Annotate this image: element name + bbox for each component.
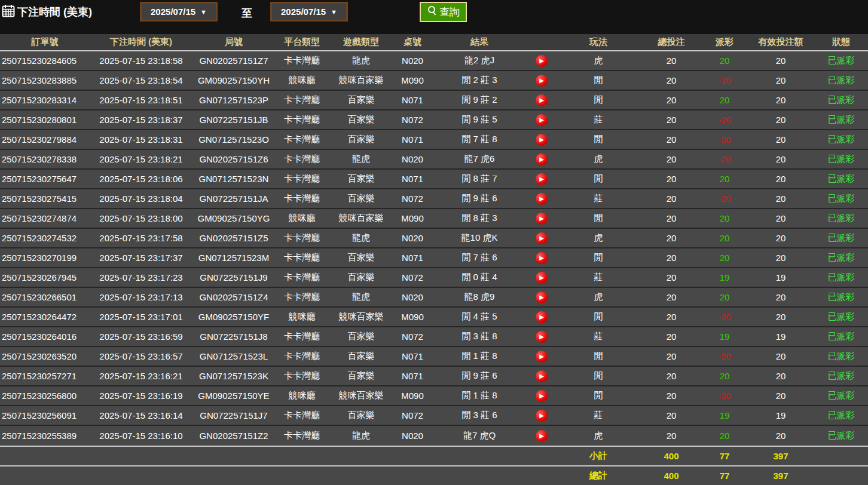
play-replay-icon[interactable]: ▶ bbox=[536, 311, 548, 323]
cell-replay: ▶ bbox=[527, 113, 556, 125]
play-replay-icon[interactable]: ▶ bbox=[536, 55, 548, 67]
cell-status: 已派彩 bbox=[814, 154, 868, 165]
cell-valid-bet: 20 bbox=[747, 292, 814, 302]
cell-status: 已派彩 bbox=[814, 114, 868, 125]
cell-result: 閒 4 莊 5 bbox=[432, 311, 527, 323]
date-from-select[interactable]: 2025/07/15 ▼ bbox=[140, 2, 218, 22]
cell-valid-bet: 20 bbox=[747, 95, 814, 105]
cell-result: 閒 8 莊 3 bbox=[432, 213, 527, 224]
cell-bet-time: 2025-07-15 23:16:21 bbox=[90, 371, 192, 381]
cell-result: 閒 0 莊 4 bbox=[432, 272, 527, 283]
cell-bet-time: 2025-07-15 23:18:21 bbox=[90, 154, 192, 164]
cell-table-no: N020 bbox=[393, 154, 432, 164]
chevron-down-icon: ▼ bbox=[331, 8, 337, 16]
play-replay-icon[interactable]: ▶ bbox=[536, 134, 548, 146]
cell-round-no: GN0712571523N bbox=[192, 174, 275, 184]
play-replay-icon[interactable]: ▶ bbox=[536, 370, 548, 382]
play-replay-icon[interactable]: ▶ bbox=[536, 410, 548, 422]
play-replay-icon[interactable]: ▶ bbox=[536, 114, 548, 126]
cell-order-no: 250715230270199 bbox=[0, 253, 90, 263]
cell-game-type: 競咪百家樂 bbox=[329, 75, 393, 86]
cell-total-bet: 20 bbox=[641, 312, 702, 322]
cell-table-no: N072 bbox=[393, 272, 432, 283]
cell-table-no: M090 bbox=[393, 312, 432, 322]
cell-round-no: GN0712571523L bbox=[192, 351, 275, 361]
cell-payout: 20 bbox=[702, 253, 747, 263]
date-to-select[interactable]: 2025/07/15 ▼ bbox=[270, 2, 348, 22]
cell-play-type: 莊 bbox=[556, 114, 641, 125]
cell-game-type: 百家樂 bbox=[329, 193, 393, 204]
play-replay-icon[interactable]: ▶ bbox=[536, 272, 548, 284]
cell-replay: ▶ bbox=[527, 370, 556, 382]
cell-result: 龍8 虎9 bbox=[432, 291, 527, 303]
header-platform: 平台類型 bbox=[275, 36, 329, 48]
cell-game-type: 百家樂 bbox=[329, 173, 393, 185]
play-replay-icon[interactable]: ▶ bbox=[536, 390, 548, 402]
cell-total-bet: 20 bbox=[641, 371, 702, 381]
search-button-label: 查詢 bbox=[439, 5, 460, 19]
cell-result: 閒 9 莊 6 bbox=[432, 193, 527, 204]
total-payout: 77 bbox=[702, 471, 747, 481]
play-replay-icon[interactable]: ▶ bbox=[536, 351, 548, 363]
cell-bet-time: 2025-07-15 23:18:04 bbox=[90, 194, 192, 204]
cell-total-bet: 20 bbox=[641, 194, 702, 204]
cell-total-bet: 20 bbox=[641, 174, 702, 184]
cell-valid-bet: 20 bbox=[747, 134, 814, 145]
cell-play-type: 閒 bbox=[556, 75, 641, 86]
cell-table-no: N071 bbox=[393, 371, 432, 381]
cell-game-type: 百家樂 bbox=[329, 252, 393, 263]
cell-total-bet: 20 bbox=[641, 331, 702, 342]
cell-replay: ▶ bbox=[527, 74, 556, 86]
table-row: 250715230274532 2025-07-15 23:17:58 GN02… bbox=[0, 229, 868, 248]
cell-platform: 卡卡灣廳 bbox=[275, 351, 329, 362]
subtotal-total-bet: 400 bbox=[641, 451, 702, 461]
cell-table-no: M090 bbox=[393, 391, 432, 401]
play-replay-icon[interactable]: ▶ bbox=[536, 252, 548, 264]
table-row: 250715230279884 2025-07-15 23:18:31 GN07… bbox=[0, 130, 868, 150]
play-replay-icon[interactable]: ▶ bbox=[536, 232, 548, 244]
play-replay-icon[interactable]: ▶ bbox=[536, 94, 548, 106]
search-button[interactable]: 查詢 bbox=[420, 2, 467, 22]
cell-order-no: 250715230266501 bbox=[0, 292, 90, 302]
cell-status: 已派彩 bbox=[814, 213, 868, 224]
play-replay-icon[interactable]: ▶ bbox=[536, 173, 548, 185]
cell-table-no: N072 bbox=[393, 410, 432, 420]
cell-order-no: 250715230264472 bbox=[0, 312, 90, 322]
table-row: 250715230283885 2025-07-15 23:18:54 GM09… bbox=[0, 71, 868, 91]
total-total-bet: 400 bbox=[641, 471, 702, 481]
cell-valid-bet: 19 bbox=[747, 272, 814, 283]
cell-platform: 卡卡灣廳 bbox=[275, 331, 329, 342]
cell-bet-time: 2025-07-15 23:16:57 bbox=[90, 351, 192, 361]
play-replay-icon[interactable]: ▶ bbox=[536, 291, 548, 303]
play-replay-icon[interactable]: ▶ bbox=[536, 75, 548, 87]
cell-platform: 卡卡灣廳 bbox=[275, 173, 329, 185]
cell-game-type: 百家樂 bbox=[329, 410, 393, 421]
cell-valid-bet: 20 bbox=[747, 174, 814, 184]
play-replay-icon[interactable]: ▶ bbox=[536, 193, 548, 205]
play-replay-icon[interactable]: ▶ bbox=[536, 430, 548, 442]
cell-platform: 競咪廳 bbox=[275, 213, 329, 224]
cell-replay: ▶ bbox=[527, 251, 556, 263]
cell-table-no: N071 bbox=[393, 134, 432, 145]
header-game-type: 遊戲類型 bbox=[329, 36, 393, 48]
table-row: 250715230284605 2025-07-15 23:18:58 GN02… bbox=[0, 51, 868, 71]
play-replay-icon[interactable]: ▶ bbox=[536, 331, 548, 343]
cell-replay: ▶ bbox=[527, 311, 556, 323]
cell-total-bet: 20 bbox=[641, 213, 702, 223]
cell-status: 已派彩 bbox=[814, 134, 868, 145]
search-magnifier-icon bbox=[427, 5, 438, 19]
cell-total-bet: 20 bbox=[641, 272, 702, 283]
cell-play-type: 莊 bbox=[556, 193, 641, 204]
cell-valid-bet: 20 bbox=[747, 213, 814, 223]
cell-replay: ▶ bbox=[527, 291, 556, 303]
table-row: 250715230256800 2025-07-15 23:16:19 GM09… bbox=[0, 386, 868, 406]
header-result: 結果 bbox=[432, 36, 527, 48]
cell-payout: 20 bbox=[702, 431, 747, 441]
play-replay-icon[interactable]: ▶ bbox=[536, 154, 548, 165]
cell-status: 已派彩 bbox=[814, 390, 868, 401]
cell-valid-bet: 20 bbox=[747, 56, 814, 66]
cell-total-bet: 20 bbox=[641, 56, 702, 66]
play-replay-icon[interactable]: ▶ bbox=[536, 213, 548, 225]
cell-replay: ▶ bbox=[527, 192, 556, 204]
table-row: 250715230266501 2025-07-15 23:17:13 GN02… bbox=[0, 288, 868, 308]
